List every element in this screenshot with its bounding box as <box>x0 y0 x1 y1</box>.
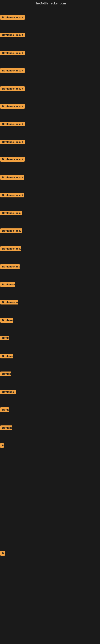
bottleneck-item[interactable]: Bottleneck result <box>0 157 25 162</box>
bottleneck-item[interactable]: B <box>0 443 3 448</box>
bottleneck-badge[interactable]: Bottlenec <box>0 426 12 430</box>
bottleneck-item[interactable]: Bottleneck resu <box>0 264 20 270</box>
bottleneck-badge[interactable]: Bottlenec <box>0 318 13 322</box>
bottleneck-item[interactable]: Bottlenec <box>0 318 13 324</box>
bottleneck-item[interactable]: Bottleneck res <box>0 300 18 305</box>
bottleneck-item[interactable]: Bottle <box>0 407 9 413</box>
bottleneck-badge[interactable]: Bottleneck r <box>0 390 16 394</box>
bottleneck-item[interactable]: Bottleneck result <box>0 140 25 145</box>
bottleneck-item[interactable]: Bottleneck result <box>0 246 21 252</box>
bottleneck-badge[interactable]: Bottleneck result <box>0 104 25 109</box>
bottleneck-badge[interactable]: B <box>0 443 3 448</box>
bottleneck-badge[interactable]: Bottleneck result <box>0 86 25 91</box>
bottleneck-badge[interactable]: Bottleneck result <box>0 15 25 20</box>
bottleneck-badge[interactable]: Bottle <box>0 336 9 340</box>
bottleneck-item[interactable]: Bottleneck result <box>0 86 25 92</box>
bottleneck-badge[interactable]: Bottle <box>0 407 9 412</box>
bottleneck-badge[interactable]: Bottleneck result <box>0 157 25 162</box>
bottleneck-item[interactable]: Bottleneck result <box>0 193 24 198</box>
bottleneck-badge[interactable]: Bottleneck <box>0 282 15 287</box>
bottleneck-item[interactable]: Bottleneck result <box>0 175 24 180</box>
bottleneck-item[interactable]: Bottleneck result <box>0 122 25 127</box>
bottleneck-item[interactable]: Bottleneck <box>0 282 15 288</box>
bottleneck-item[interactable]: Bottleneck result <box>0 51 25 56</box>
bottleneck-badge[interactable]: Bottleneck result <box>0 211 22 215</box>
bottleneck-item[interactable]: Bottleneck result <box>0 32 25 38</box>
bottleneck-badge[interactable]: Bottleneck result <box>0 32 25 37</box>
bottleneck-badge[interactable]: Bottleneck result <box>0 122 25 126</box>
bottleneck-badge[interactable]: Bottleneck result <box>0 51 25 55</box>
bottleneck-item[interactable]: Bottleneck r <box>0 390 16 395</box>
bottleneck-badge[interactable]: Bottlenec <box>0 354 13 358</box>
bottleneck-item[interactable]: Bottleneck result <box>0 15 25 20</box>
bottleneck-item[interactable]: Bottlene <box>0 372 11 377</box>
bottleneck-badge[interactable]: Bo <box>0 551 5 556</box>
bottleneck-badge[interactable]: Bottleneck result <box>0 175 24 180</box>
bottleneck-badge[interactable]: Bottlene <box>0 372 11 376</box>
bottleneck-item[interactable]: Bottleneck result <box>0 211 22 216</box>
bottleneck-badge[interactable]: Bottleneck result <box>0 228 22 233</box>
bottleneck-items-container: Bottleneck resultBottleneck resultBottle… <box>0 8 100 644</box>
site-header: TheBottlenecker.com <box>0 0 100 8</box>
bottleneck-item[interactable]: Bottlenec <box>0 426 12 431</box>
bottleneck-badge[interactable]: Bottleneck resu <box>0 264 20 269</box>
bottleneck-item[interactable]: Bottleneck result <box>0 228 22 234</box>
bottleneck-badge[interactable]: Bottleneck result <box>0 140 25 144</box>
bottleneck-item[interactable]: Bottle <box>0 336 9 341</box>
bottleneck-badge[interactable]: Bottleneck res <box>0 300 18 304</box>
bottleneck-item[interactable]: Bottleneck result <box>0 68 25 74</box>
bottleneck-badge[interactable]: Bottleneck result <box>0 246 21 251</box>
bottleneck-item[interactable]: Bottlenec <box>0 354 13 359</box>
bottleneck-item[interactable]: Bottleneck result <box>0 104 25 110</box>
bottleneck-item[interactable]: Bo <box>0 551 5 556</box>
bottleneck-badge[interactable]: Bottleneck result <box>0 68 25 73</box>
bottleneck-badge[interactable]: Bottleneck result <box>0 193 24 198</box>
